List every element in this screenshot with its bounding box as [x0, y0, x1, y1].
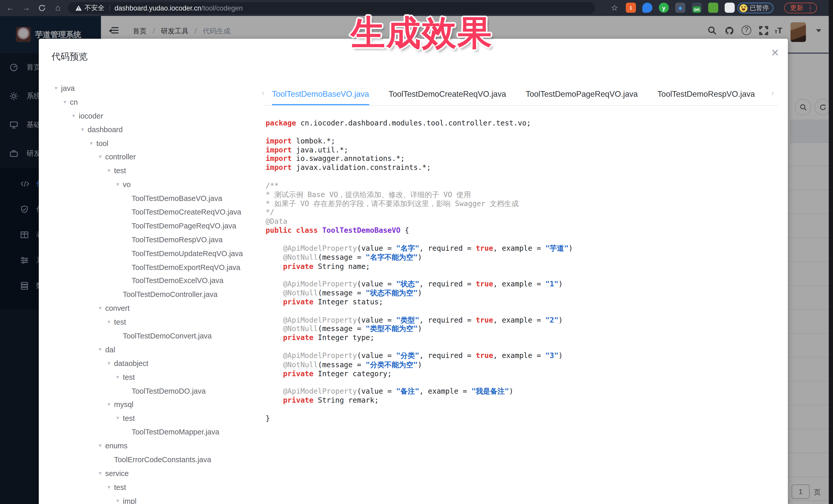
tree-file-ToolTestDemoRespVO.java[interactable]: ToolTestDemoRespVO.java [52, 233, 260, 246]
tree-node-label: mysql [114, 400, 134, 409]
grid-diamond-extension-icon[interactable]: ◆ [675, 3, 685, 13]
tabs-next-icon[interactable]: › [771, 89, 774, 97]
caret-down-icon[interactable]: ▼ [54, 86, 61, 91]
tree-folder-cn[interactable]: ▼cn [52, 95, 260, 109]
code-line: private String remark; [266, 396, 778, 405]
code-line: @NotNull(message = "状态不能为空") [266, 288, 778, 297]
not-secure-label[interactable]: 不安全 [85, 3, 104, 12]
caret-down-icon[interactable]: ▼ [106, 361, 114, 366]
puzzle-extension-icon[interactable] [725, 3, 735, 13]
tab-ToolTestDemoBaseVO.java[interactable]: ToolTestDemoBaseVO.java [272, 85, 369, 105]
tree-file-ToolTestDemoUpdateReqVO.java[interactable]: ToolTestDemoUpdateReqVO.java [52, 246, 260, 260]
blue-drop-extension-icon[interactable] [642, 3, 652, 13]
window-scrollbar[interactable] [829, 0, 833, 504]
code-line [266, 306, 778, 315]
tree-folder-test[interactable]: ▼test [52, 370, 260, 384]
tree-node-label: dataobject [114, 359, 148, 367]
tree-folder-dal[interactable]: ▼dal [52, 342, 260, 356]
browser-menu-icon[interactable]: ⋮⋮ [807, 3, 813, 13]
tree-node-label: controller [105, 153, 136, 161]
caret-down-icon[interactable]: ▼ [98, 347, 105, 352]
tree-folder-dataobject[interactable]: ▼dataobject [52, 356, 260, 370]
screen: 首页 / 研发工具 / 代码生成 ? тT 芋道管理系统 首页系统基础研发 代代… [0, 0, 833, 504]
orange-sync-extension-icon[interactable]: 1 [626, 3, 636, 13]
tree-folder-convert[interactable]: ▼convert [52, 301, 260, 315]
tree-node-label: dashboard [88, 125, 123, 134]
tree-node-label: ToolTestDemoExcelVO.java [132, 277, 223, 285]
tree-folder-test[interactable]: ▼test [52, 315, 260, 329]
caret-down-icon[interactable]: ▼ [98, 306, 105, 311]
tree-folder-dashboard[interactable]: ▼dashboard [52, 123, 260, 137]
sprout-extension-icon[interactable] [708, 3, 718, 13]
file-tree: ▼java▼cn▼iocoder▼dashboard▼tool▼controll… [52, 81, 260, 504]
tree-node-label: test [123, 373, 135, 381]
caret-down-icon[interactable]: ▼ [106, 319, 114, 325]
caret-down-icon[interactable]: ▼ [106, 402, 114, 407]
browser-update-button[interactable]: 更新 ⋮⋮ [784, 3, 817, 13]
tree-node-label: ToolTestDemoDO.java [132, 386, 206, 395]
tree-file-ToolTestDemoDO.java[interactable]: ToolTestDemoDO.java [52, 384, 260, 398]
code-line: @Data [266, 217, 778, 226]
caret-down-icon[interactable]: ▼ [71, 113, 79, 118]
code-line: @ApiModelProperty(value = "分类", required… [266, 351, 778, 360]
caret-down-icon[interactable]: ▼ [106, 168, 114, 173]
tree-folder-vo[interactable]: ▼vo [52, 177, 260, 191]
tab-ToolTestDemoCreateReqVO.java[interactable]: ToolTestDemoCreateReqVO.java [389, 85, 506, 105]
on-switch-extension-icon[interactable]: on [692, 3, 701, 13]
address-bar[interactable]: ! 不安全 dashboard.yudao.iocoder.cn/tool/co… [68, 2, 595, 14]
code-line [266, 127, 778, 137]
browser-home-icon[interactable]: ⌂ [52, 0, 64, 16]
caret-down-icon[interactable]: ▼ [89, 141, 96, 146]
tree-folder-enums[interactable]: ▼enums [52, 439, 260, 453]
caret-down-icon[interactable]: ▼ [98, 471, 105, 476]
browser-reload-icon[interactable] [36, 0, 48, 17]
tree-folder-iocoder[interactable]: ▼iocoder [52, 109, 260, 123]
tree-folder-controller[interactable]: ▼controller [52, 150, 260, 164]
tree-folder-impl[interactable]: ▼impl [52, 494, 260, 504]
tree-folder-java[interactable]: ▼java [52, 81, 260, 95]
tree-node-label: ToolTestDemoPageReqVO.java [132, 221, 236, 230]
code-line: */ [266, 208, 778, 217]
tree-file-ToolTestDemoExportReqVO.java[interactable]: ToolTestDemoExportReqVO.java [52, 260, 260, 274]
browser-back-icon[interactable]: ← [4, 0, 16, 16]
tree-node-label: impl [123, 497, 137, 504]
tree-file-ToolTestDemoBaseVO.java[interactable]: ToolTestDemoBaseVO.java [52, 191, 260, 205]
code-line: @ApiModelProperty(value = "备注", example … [266, 387, 778, 396]
tree-folder-service[interactable]: ▼service [52, 466, 260, 480]
tree-folder-test[interactable]: ▼test [52, 164, 260, 177]
caret-down-icon[interactable]: ▼ [116, 375, 123, 380]
code-line: * 如果子 VO 存在差异的字段，请不要添加到这里，影响 Swagger 文档生… [266, 199, 778, 208]
tab-ToolTestDemoPageReqVO.java[interactable]: ToolTestDemoPageReqVO.java [526, 85, 638, 105]
tree-file-ToolTestDemoExcelVO.java[interactable]: ToolTestDemoExcelVO.java [52, 274, 260, 288]
tree-node-label: service [105, 469, 129, 478]
code-viewer[interactable]: package cn.iocoder.dashboard.modules.too… [266, 119, 778, 504]
caret-down-icon[interactable]: ▼ [80, 127, 88, 132]
profile-paused-chip[interactable]: 已暂停 [737, 3, 774, 13]
tab-ToolTestDemoRespVO.java[interactable]: ToolTestDemoRespVO.java [658, 85, 755, 105]
tree-folder-mysql[interactable]: ▼mysql [52, 398, 260, 412]
dialog-close-icon[interactable]: ✕ [771, 48, 779, 58]
bookmark-star-icon[interactable]: ☆ [611, 0, 618, 16]
caret-down-icon[interactable]: ▼ [116, 182, 123, 187]
tree-file-ToolTestDemoMapper.java[interactable]: ToolTestDemoMapper.java [52, 425, 260, 439]
tree-folder-test[interactable]: ▼test [52, 411, 260, 425]
caret-down-icon[interactable]: ▼ [98, 154, 105, 160]
caret-down-icon[interactable]: ▼ [116, 416, 123, 421]
tree-file-ToolTestDemoPageReqVO.java[interactable]: ToolTestDemoPageReqVO.java [52, 219, 260, 233]
tree-file-ToolTestDemoCreateReqVO.java[interactable]: ToolTestDemoCreateReqVO.java [52, 205, 260, 219]
green-y-extension-icon[interactable]: y [659, 3, 669, 13]
browser-forward-icon[interactable]: → [20, 0, 32, 16]
caret-down-icon[interactable]: ▼ [98, 443, 105, 449]
tree-node-label: test [114, 167, 126, 175]
url-host: dashboard.yudao.iocoder.cn [115, 4, 201, 12]
code-line: private String name; [266, 262, 778, 271]
caret-down-icon[interactable]: ▼ [62, 99, 70, 105]
tabs-prev-icon[interactable]: ‹ [262, 89, 264, 97]
caret-down-icon[interactable]: ▼ [116, 498, 123, 503]
caret-down-icon[interactable]: ▼ [106, 484, 114, 490]
tree-file-ToolTestDemoConvert.java[interactable]: ToolTestDemoConvert.java [52, 329, 260, 343]
tree-file-ToolTestDemoController.java[interactable]: ToolTestDemoController.java [52, 288, 260, 302]
tree-folder-tool[interactable]: ▼tool [52, 136, 260, 150]
tree-file-ToolErrorCodeConstants.java[interactable]: ToolErrorCodeConstants.java [52, 453, 260, 466]
tree-folder-test[interactable]: ▼test [52, 480, 260, 494]
